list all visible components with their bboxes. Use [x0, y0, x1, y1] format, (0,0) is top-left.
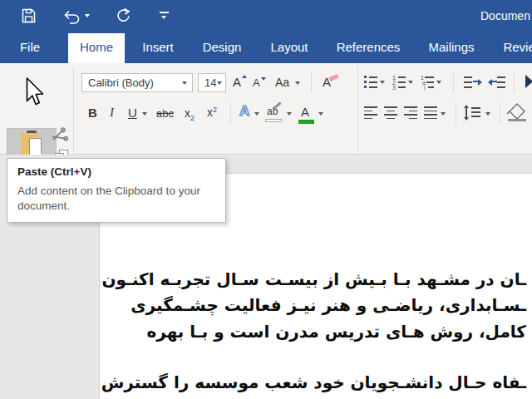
superscript-button[interactable]: x2 [207, 106, 217, 119]
tab-design[interactable]: Design [198, 32, 246, 63]
align-center-button[interactable] [384, 106, 397, 120]
bullets-dropdown-icon[interactable] [380, 81, 385, 84]
text-effects-dropdown-icon[interactable] [254, 112, 259, 116]
font-color-dropdown-icon[interactable] [318, 112, 323, 116]
bullets-button[interactable] [364, 75, 377, 90]
underline-dropdown-icon[interactable] [142, 112, 147, 116]
underline-button[interactable]: U [128, 106, 137, 120]
tab-insert[interactable]: Insert [136, 32, 180, 63]
line-spacing-dropdown-icon[interactable] [485, 112, 490, 116]
text-effects-button[interactable]: A [239, 103, 249, 120]
font-size-dropdown-icon[interactable] [217, 81, 222, 85]
tooltip-body: Add content on the Clipboard to your doc… [17, 184, 210, 214]
document-text-line: ـفاه حـال دانشـجویان خود شعب موسسه را گس… [101, 370, 526, 396]
undo-icon[interactable] [63, 8, 81, 25]
italic-button[interactable]: I [110, 106, 114, 120]
numbering-dropdown-icon[interactable] [408, 81, 413, 84]
paste-tooltip: Paste (Ctrl+V) Add content on the Clipbo… [7, 158, 226, 223]
grow-font-button[interactable]: A [233, 75, 241, 89]
justify-dropdown-icon[interactable] [441, 112, 446, 116]
word-window: { "window": { "title": "Documen" }, "tab… [0, 0, 532, 399]
ribbon: Paste Clipboard Calibri (Body) 14 A A [0, 63, 532, 155]
align-left-button[interactable] [364, 106, 377, 120]
tab-file[interactable]: File [12, 32, 48, 63]
tab-references[interactable]: References [332, 32, 404, 63]
ltr-text-direction-button[interactable] [464, 75, 482, 90]
document-text-line: کامل، روش هـای تدریس مدرن است و بـا بهره [146, 319, 526, 345]
change-case-button[interactable]: Aa [275, 76, 289, 89]
customize-qat-arrow-icon[interactable] [161, 16, 166, 19]
title-bar: Documen [0, 0, 532, 32]
partial-icon[interactable] [525, 75, 532, 88]
change-case-dropdown-icon[interactable] [295, 81, 300, 85]
numbering-button[interactable]: 1 2 3 [392, 75, 406, 90]
tab-mailings[interactable]: Mailings [424, 32, 479, 63]
tooltip-title: Paste (Ctrl+V) [17, 165, 215, 178]
font-name-combobox[interactable]: Calibri (Body) [81, 73, 193, 92]
rtl-text-direction-button[interactable] [488, 75, 506, 90]
font-size-combobox[interactable]: 14 [198, 73, 226, 92]
mouse-cursor [26, 77, 46, 106]
shading-bucket-icon[interactable] [505, 102, 529, 122]
align-right-button[interactable] [404, 106, 417, 120]
font-color-button[interactable]: A [301, 105, 309, 119]
strikethrough-button[interactable]: abc [156, 107, 174, 120]
justify-button[interactable] [424, 106, 437, 120]
redo-icon[interactable] [115, 7, 131, 24]
font-color-bar [298, 120, 314, 124]
save-icon[interactable] [20, 7, 37, 24]
multilevel-dropdown-icon[interactable] [436, 81, 441, 84]
tab-review[interactable]: Review [500, 32, 532, 63]
highlight-color-button[interactable]: ab [267, 106, 278, 117]
subscript-button[interactable]: x2 [185, 106, 195, 122]
customize-qat-icon[interactable] [160, 12, 169, 13]
font-size-value: 14 [204, 76, 216, 89]
clear-formatting-button[interactable]: A [323, 75, 331, 89]
font-name-dropdown-icon[interactable] [182, 81, 187, 85]
shrink-font-button[interactable]: A [253, 76, 260, 89]
highlight-dropdown-icon[interactable] [287, 112, 292, 116]
line-spacing-button[interactable] [464, 105, 482, 120]
document-text-line: ـسـابداری، ریاضـی و هنر نیـز فعالیت چشـم… [131, 293, 526, 318]
multilevel-list-button[interactable]: 1 a i [421, 75, 435, 90]
bold-button[interactable]: B [88, 106, 97, 120]
document-text-line: ـان در مشـهد بـا بـیش از بیسـت سـال تجرب… [101, 267, 526, 293]
tab-home[interactable]: Home [68, 33, 125, 63]
undo-dropdown-icon[interactable] [85, 14, 90, 17]
window-title: Documen [480, 9, 530, 22]
tab-layout[interactable]: Layout [264, 32, 314, 63]
font-name-value: Calibri (Body) [88, 76, 154, 89]
ribbon-tab-bar: File Home Insert Design Layout Reference… [0, 32, 532, 63]
